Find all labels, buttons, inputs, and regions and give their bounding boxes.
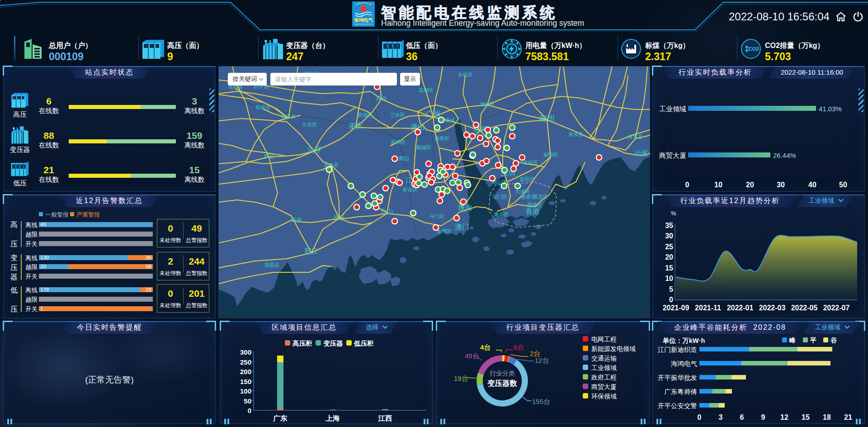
svg-text:阳西县: 阳西县 bbox=[265, 262, 280, 268]
svg-text:离岛区: 离岛区 bbox=[494, 212, 509, 217]
svg-text:恩平: 恩平 bbox=[333, 214, 344, 221]
svg-text:番禺区: 番禺区 bbox=[435, 136, 450, 141]
svg-text:增城区: 增城区 bbox=[480, 101, 495, 107]
svg-text:海丰县: 海丰县 bbox=[628, 134, 643, 139]
svg-text:郁南县: 郁南县 bbox=[256, 104, 271, 110]
svg-text:肇庆: 肇庆 bbox=[349, 122, 363, 130]
svg-text:斗门区: 斗门区 bbox=[430, 214, 445, 219]
svg-text:台山: 台山 bbox=[381, 208, 393, 215]
svg-text:惠州: 惠州 bbox=[539, 114, 555, 123]
svg-text:鼎湖区: 鼎湖区 bbox=[358, 112, 373, 118]
svg-text:惠阳区: 惠阳区 bbox=[543, 152, 558, 157]
svg-text:花都区: 花都区 bbox=[419, 87, 434, 93]
svg-text:三水区: 三水区 bbox=[390, 112, 405, 118]
svg-text:金湾区: 金湾区 bbox=[437, 228, 452, 234]
svg-text:黄埔区: 黄埔区 bbox=[445, 118, 460, 123]
svg-text:屯门区: 屯门区 bbox=[492, 194, 508, 199]
svg-text:四会: 四会 bbox=[376, 95, 387, 101]
svg-text:盐田区: 盐田区 bbox=[520, 176, 535, 182]
svg-text:云安区: 云安区 bbox=[302, 122, 317, 127]
svg-text:澳门: 澳门 bbox=[455, 223, 469, 231]
svg-text:香港: 香港 bbox=[525, 208, 540, 215]
svg-text:西贡区: 西贡区 bbox=[533, 194, 548, 200]
svg-text:新兴县: 新兴县 bbox=[324, 162, 339, 167]
svg-text:德庆县: 德庆县 bbox=[281, 114, 296, 119]
svg-text:鹤山: 鹤山 bbox=[399, 155, 410, 161]
svg-text:珠海: 珠海 bbox=[458, 204, 472, 212]
svg-text:CO2: CO2 bbox=[748, 46, 759, 52]
svg-text:广州: 广州 bbox=[425, 110, 441, 119]
svg-text:HAIHONG ELECTRIC: HAIHONG ELECTRIC bbox=[354, 23, 373, 25]
svg-text:阳春: 阳春 bbox=[291, 217, 302, 223]
svg-text:观塘区: 观塘区 bbox=[527, 202, 542, 208]
svg-text:高明区: 高明区 bbox=[391, 139, 406, 145]
svg-text:龙岗区: 龙岗区 bbox=[523, 160, 538, 165]
svg-text:汕尾: 汕尾 bbox=[635, 149, 648, 157]
svg-text:罗定: 罗定 bbox=[264, 153, 274, 160]
svg-text:从化区: 从化区 bbox=[458, 72, 473, 77]
svg-text:海鸿电气: 海鸿电气 bbox=[354, 17, 373, 23]
svg-text:大浦区: 大浦区 bbox=[515, 189, 530, 194]
svg-text:顺德区: 顺德区 bbox=[416, 145, 431, 150]
svg-text:阳江: 阳江 bbox=[305, 247, 318, 255]
svg-text:惠东县: 惠东县 bbox=[569, 132, 584, 137]
svg-text:云浮: 云浮 bbox=[307, 146, 321, 154]
